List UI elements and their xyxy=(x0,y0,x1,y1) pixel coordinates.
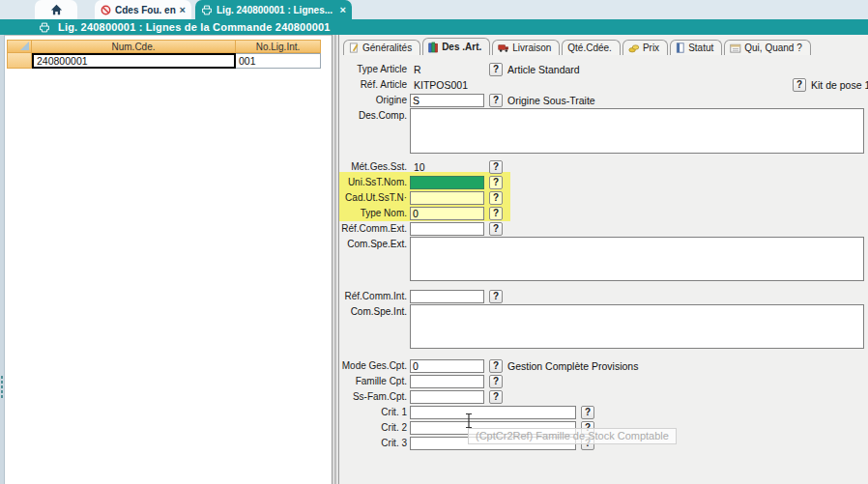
grid-header-row: Num.Cde. No.Lig.Int. xyxy=(7,40,321,53)
form-row-met-ges-sst: Mét.Ges.Sst. 10 ? xyxy=(339,159,868,174)
tab-statut[interactable]: Statut xyxy=(670,40,722,55)
printer-icon[interactable] xyxy=(39,22,50,33)
ref-article-right-group: ? Kit de pose 1 xyxy=(793,77,868,92)
field-label: Cad.Ut.SsT.N· xyxy=(339,192,407,203)
row-selector-cell[interactable] xyxy=(7,53,32,69)
cell-num-cde-selected[interactable]: 240800001 xyxy=(32,53,236,69)
form-row-mode-ges-cpt: Mode Ges.Cpt. ? Gestion Complète Provisi… xyxy=(339,358,868,373)
tab-des-art[interactable]: Des .Art. xyxy=(422,38,490,55)
field-label: Com.Spe.Int. xyxy=(339,306,407,317)
no-entry-icon xyxy=(101,5,111,15)
origine-field[interactable] xyxy=(410,94,484,107)
help-button-type-nom[interactable]: ? xyxy=(489,207,503,220)
close-tab-icon[interactable]: × xyxy=(340,5,346,14)
home-icon xyxy=(50,4,63,15)
help-button-type-article[interactable]: ? xyxy=(489,63,503,76)
com-spe-ext-textarea[interactable] xyxy=(410,237,864,281)
com-spe-int-textarea[interactable] xyxy=(410,304,864,349)
help-button-uni-sst-nom[interactable]: ? xyxy=(489,176,503,189)
field-label: Réf. Article xyxy=(339,79,407,90)
panel-splitter[interactable] xyxy=(332,35,339,484)
grid-corner-selector[interactable] xyxy=(7,40,32,53)
detail-tab-strip: Généralités Des .Art. Livraison Qté.Cdée… xyxy=(343,38,811,55)
browser-tab-bar: Cdes Fou. en Cours : Co... × Lig. 240800… xyxy=(0,0,868,19)
help-button-ref-comm-int[interactable]: ? xyxy=(489,290,503,303)
tab-lig-240800001[interactable]: Lig. 240800001 : Lignes... × xyxy=(195,0,352,19)
mode-ges-cpt-field[interactable] xyxy=(410,359,484,373)
field-label: Com.Spe.Ext. xyxy=(339,239,407,249)
uni-sst-nom-field[interactable] xyxy=(410,176,484,189)
field-label: Type Nom. xyxy=(339,208,407,218)
tab-label: Livraison xyxy=(512,43,551,53)
ref-comm-ext-field[interactable] xyxy=(410,222,484,236)
document-title-bar: Lig. 240800001 : Lignes de la Commande 2… xyxy=(0,19,868,35)
ref-article-description: Kit de pose 1 xyxy=(811,79,868,91)
crit-1-field[interactable] xyxy=(410,406,576,419)
form-row-origine: Origine ? Origine Sous-Traite xyxy=(339,93,868,107)
tab-label: Généralités xyxy=(362,43,412,53)
text-cursor xyxy=(464,413,474,431)
help-button-crit-1[interactable]: ? xyxy=(581,406,594,419)
help-button-met-ges-sst[interactable]: ? xyxy=(489,160,503,174)
type-nom-field[interactable] xyxy=(410,207,484,220)
help-button-famille-cpt[interactable]: ? xyxy=(489,375,503,388)
form-row-type-article: Type Article R ? Article Standard xyxy=(339,62,868,76)
books-icon xyxy=(428,42,439,53)
tab-livraison[interactable]: Livraison xyxy=(492,40,560,55)
page-status-icon xyxy=(676,43,685,53)
field-label: Mét.Ges.Sst. xyxy=(339,161,407,172)
tab-qte-cdee[interactable]: Qté.Cdée. xyxy=(562,40,621,55)
tab-prix[interactable]: Prix xyxy=(622,40,668,55)
form-row-ref-comm-int: Réf.Comm.Int. ? xyxy=(339,289,868,303)
home-tab[interactable] xyxy=(35,0,77,19)
truck-icon xyxy=(498,43,509,53)
field-label: Crit. 1 xyxy=(339,407,407,417)
tab-label: Qui, Quand ? xyxy=(744,43,801,53)
field-label: Uni.SsT.Nom. xyxy=(339,177,407,187)
form-row-ref-article: Réf. Article KITPOS001 ? Kit de pose 1 xyxy=(339,77,868,92)
type-article-description: Article Standard xyxy=(507,64,580,75)
close-tab-icon[interactable]: × xyxy=(180,5,186,14)
help-button-origine[interactable]: ? xyxy=(489,94,503,107)
tab-qui-quand[interactable]: Qui, Quand ? xyxy=(724,40,810,55)
help-button-cad-ut-sst-n[interactable]: ? xyxy=(489,191,503,205)
cell-no-lig-int[interactable]: 001 xyxy=(236,53,321,69)
field-label: Crit. 3 xyxy=(339,438,407,448)
field-label: Réf.Comm.Ext. xyxy=(339,223,407,234)
form-row-uni-sst-nom: Uni.SsT.Nom. ? xyxy=(339,175,868,189)
column-header-no-lig-int[interactable]: No.Lig.Int. xyxy=(236,40,321,53)
help-button-ref-comm-ext[interactable]: ? xyxy=(489,222,503,236)
field-label: Famille Cpt. xyxy=(339,376,407,386)
tab-label: Lig. 240800001 : Lignes... xyxy=(217,5,336,15)
form-row-ref-comm-ext: Réf.Comm.Ext. ? xyxy=(339,221,868,236)
field-tooltip: (CptCr2Ref) Famille de Stock Comptable xyxy=(468,428,677,444)
met-ges-sst-value: 10 xyxy=(410,161,484,173)
tab-label: Des .Art. xyxy=(442,42,481,52)
column-header-num-cde[interactable]: Num.Cde. xyxy=(32,40,236,53)
field-label: Type Article xyxy=(339,64,407,74)
document-title: Lig. 240800001 : Lignes de la Commande 2… xyxy=(58,21,331,33)
des-comp-textarea[interactable] xyxy=(410,108,864,154)
order-lines-panel: Num.Cde. No.Lig.Int. 240800001 001 xyxy=(5,35,332,484)
tab-generalites[interactable]: Généralités xyxy=(343,40,420,55)
cad-ut-sst-n-field[interactable] xyxy=(410,191,484,205)
printer-icon xyxy=(201,5,213,15)
calendar-icon xyxy=(730,43,741,53)
help-button-ref-article[interactable]: ? xyxy=(793,78,806,92)
field-label: Réf.Comm.Int. xyxy=(339,291,407,301)
table-row: 240800001 001 xyxy=(7,53,321,69)
help-button-ss-fam-cpt[interactable]: ? xyxy=(489,390,503,404)
form-row-crit-1: Crit. 1 ? xyxy=(339,405,868,419)
origine-description: Origine Sous-Traite xyxy=(507,95,595,106)
field-label: Crit. 2 xyxy=(339,422,407,433)
field-label: Origine xyxy=(339,95,407,105)
ss-fam-cpt-field[interactable] xyxy=(410,390,484,404)
note-icon xyxy=(349,43,360,53)
form-row-type-nom: Type Nom. ? xyxy=(339,206,868,220)
famille-cpt-field[interactable] xyxy=(410,375,484,388)
tab-cdes-fou[interactable]: Cdes Fou. en Cours : Co... × xyxy=(95,0,191,19)
tab-label: Statut xyxy=(688,43,713,53)
tab-label: Cdes Fou. en Cours : Co... xyxy=(115,5,176,15)
help-button-mode-ges-cpt[interactable]: ? xyxy=(489,359,503,373)
ref-comm-int-field[interactable] xyxy=(410,290,484,303)
